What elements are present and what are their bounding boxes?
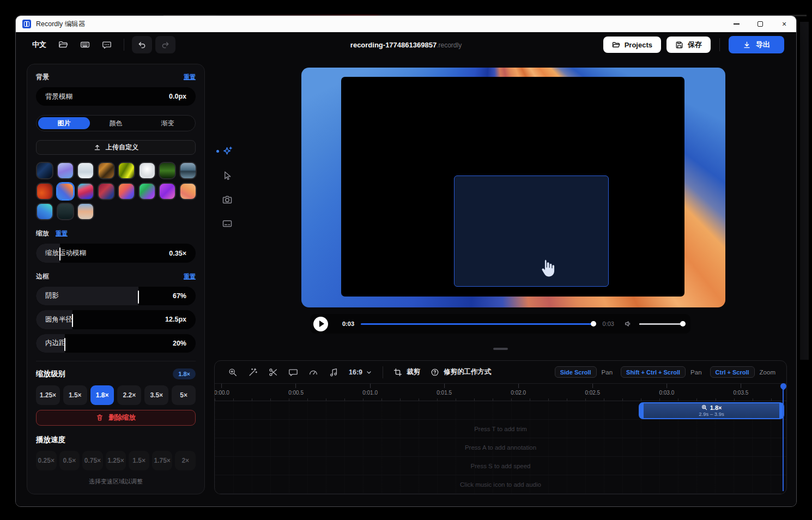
zoom-level-option-1.25×[interactable]: 1.25× xyxy=(36,385,60,405)
caption-tool[interactable] xyxy=(215,217,239,229)
zoom-selection-rect[interactable] xyxy=(454,176,609,287)
background-thumbnail-bigsur[interactable] xyxy=(77,183,94,200)
playhead[interactable] xyxy=(783,384,784,491)
tab-gradient[interactable]: 渐变 xyxy=(142,117,193,129)
titlebar: Recordly 编辑器 × xyxy=(16,16,796,32)
ruler-tick-0:02.0: 0:02.0 xyxy=(511,384,526,396)
zoom-level-option-3.5×[interactable]: 3.5× xyxy=(144,385,168,405)
background-thumbnail-teal-rays[interactable] xyxy=(36,203,53,220)
background-thumbnail-purple-haze[interactable] xyxy=(57,162,74,179)
background-thumbnails xyxy=(36,162,196,220)
scissors-icon[interactable] xyxy=(268,367,278,377)
progress-bar[interactable] xyxy=(361,323,596,325)
timeline-toolbar: 16:9 裁剪 修剪的工作方式 Side ScrollPanShift + Ct… xyxy=(215,361,786,384)
padding-slider[interactable]: 内边距 20% xyxy=(36,334,196,353)
feedback-chat-icon[interactable] xyxy=(102,40,112,50)
music-note-icon[interactable] xyxy=(329,367,338,377)
speed-gauge-icon[interactable] xyxy=(308,367,318,377)
maximize-button[interactable] xyxy=(748,16,772,32)
background-thumbnail-monterey-orange[interactable] xyxy=(179,183,197,200)
tab-image[interactable]: 图片 xyxy=(38,117,90,129)
speed-option-2×[interactable]: 2× xyxy=(175,451,196,470)
zoom-block-left-handle[interactable] xyxy=(640,403,644,418)
zoom-level-option-1.8×[interactable]: 1.8× xyxy=(90,385,114,405)
save-button[interactable]: 保存 xyxy=(666,37,711,53)
border-reset-link[interactable]: 重置 xyxy=(184,273,196,281)
background-reset-link[interactable]: 重置 xyxy=(184,73,196,81)
speed-option-0.5×[interactable]: 0.5× xyxy=(59,451,80,470)
magic-wand-icon[interactable] xyxy=(248,367,258,377)
aspect-ratio-dropdown[interactable]: 16:9 xyxy=(349,368,372,376)
language-button[interactable]: 中文 xyxy=(32,40,46,50)
delete-zoom-button[interactable]: 删除缩放 xyxy=(36,410,196,426)
ruler-minor-ticks xyxy=(215,398,786,401)
background-thumbnail-pastel-clouds[interactable] xyxy=(77,203,94,220)
open-folder-icon[interactable] xyxy=(58,40,68,50)
background-thumbnail-mountain-lake[interactable] xyxy=(179,162,197,179)
close-button[interactable]: × xyxy=(772,16,796,32)
undo-button[interactable] xyxy=(132,36,152,53)
volume-knob[interactable] xyxy=(680,321,686,326)
speed-option-1.75×[interactable]: 1.75× xyxy=(152,451,173,470)
background-thumbnail-sunset-wave[interactable] xyxy=(118,183,135,200)
background-thumbnail-forest-green[interactable] xyxy=(159,162,176,179)
timeline-hint-rows: Press T to add trimPress A to add annota… xyxy=(215,420,786,494)
window-title: Recordly 编辑器 xyxy=(36,20,85,29)
background-thumbnail-white-ripple[interactable] xyxy=(138,162,156,179)
shadow-slider[interactable]: 阴影 67% xyxy=(36,287,196,305)
projects-button[interactable]: Projects xyxy=(603,37,661,53)
keyboard-shortcuts-icon[interactable] xyxy=(80,40,90,50)
zoom-section-title: 缩放 xyxy=(36,229,49,238)
background-thumbnail-ember-flower[interactable] xyxy=(36,183,53,200)
trim-help-button[interactable]: 修剪的工作方式 xyxy=(431,367,492,377)
speed-option-1.25×[interactable]: 1.25× xyxy=(106,451,126,470)
timeline-ruler[interactable]: 0:00.00:00.50:01.00:01.50:02.00:02.50:03… xyxy=(215,384,786,401)
corner-radius-slider[interactable]: 圆角半径 12.5px xyxy=(36,310,196,329)
background-thumbnail-aurora-dark[interactable] xyxy=(36,162,53,179)
current-time: 0:03 xyxy=(342,321,354,327)
background-thumbnail-acid-green[interactable] xyxy=(118,162,135,179)
background-thumbnail-night-mountain[interactable] xyxy=(57,203,74,220)
upload-custom-button[interactable]: 上传自定义 xyxy=(36,140,196,155)
speed-option-0.75×[interactable]: 0.75× xyxy=(82,451,103,470)
tab-color[interactable]: 颜色 xyxy=(90,117,142,129)
background-thumbnail-sequoia-rays[interactable] xyxy=(57,183,74,200)
timeline-tracks[interactable]: Press T to add trimPress A to add annota… xyxy=(215,401,786,494)
save-label: 保存 xyxy=(688,40,702,50)
hand-pointer-cursor xyxy=(536,257,559,280)
zoom-in-icon[interactable] xyxy=(228,367,238,377)
background-blur-slider[interactable]: 背景模糊 0.0px xyxy=(36,87,196,106)
zoom-motion-blur-label: 缩放运动模糊 xyxy=(45,244,86,262)
camera-tool[interactable] xyxy=(215,194,239,205)
progress-knob[interactable] xyxy=(591,321,596,326)
zoom-level-option-5×[interactable]: 5× xyxy=(172,385,196,405)
zoom-level-option-1.5×[interactable]: 1.5× xyxy=(63,385,87,405)
export-button[interactable]: 导出 xyxy=(729,36,784,53)
redo-button[interactable] xyxy=(155,36,175,53)
save-icon xyxy=(675,41,683,49)
cursor-tool[interactable] xyxy=(215,170,239,181)
minimize-button[interactable] xyxy=(724,16,748,32)
shortcut-keys: Shift + Ctrl + Scroll xyxy=(621,366,686,378)
speed-option-1.5×[interactable]: 1.5× xyxy=(129,451,149,470)
effects-tool[interactable] xyxy=(215,146,239,157)
crop-button[interactable]: 裁剪 xyxy=(393,367,420,377)
background-thumbnail-crimson-wave[interactable] xyxy=(98,183,115,200)
background-thumbnail-autumn-forest[interactable] xyxy=(98,162,115,179)
volume-icon[interactable] xyxy=(624,319,633,328)
timeline-zoom-block[interactable]: 1.8× 2.9s – 3.9s xyxy=(639,402,784,419)
ruler-tick-0:00.0: 0:00.0 xyxy=(214,384,229,396)
slider-handle[interactable] xyxy=(138,291,139,304)
background-thumbnail-aurora-green[interactable] xyxy=(138,183,156,200)
zoom-motion-blur-slider[interactable]: 缩放运动模糊 0.35× xyxy=(36,244,196,262)
speed-option-0.25×[interactable]: 0.25× xyxy=(36,451,57,470)
zoom-reset-link[interactable]: 重置 xyxy=(56,229,68,238)
panel-resize-handle[interactable] xyxy=(493,348,508,350)
play-button[interactable] xyxy=(313,317,328,331)
background-thumbnail-snow[interactable] xyxy=(77,162,94,179)
background-thumbnail-violet[interactable] xyxy=(159,183,176,200)
annotation-bubble-icon[interactable] xyxy=(288,367,298,377)
volume-slider[interactable] xyxy=(639,323,683,325)
video-preview[interactable] xyxy=(301,68,725,307)
zoom-level-option-2.2×[interactable]: 2.2× xyxy=(117,385,141,405)
